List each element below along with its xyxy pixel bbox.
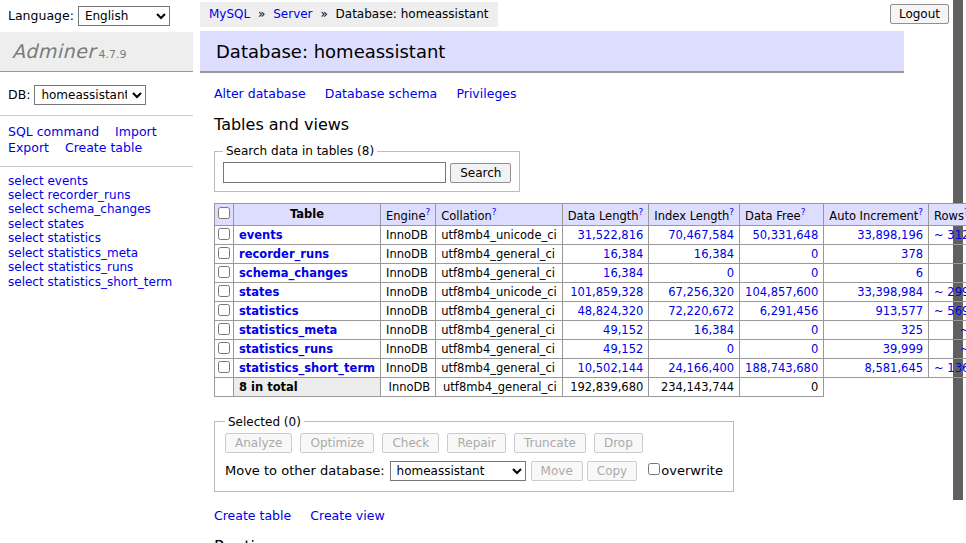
table-link[interactable]: schema_changes [239,266,348,280]
help-link[interactable]: ? [639,207,644,217]
rows-link[interactable]: ~ 569,159 [934,304,966,318]
sidebar-link-export[interactable]: Export [8,140,49,155]
data-length-link[interactable]: 48,824,320 [568,304,644,318]
table-link[interactable]: recorder_runs [239,247,329,261]
rows-link[interactable]: ~ 5 [934,247,966,261]
breadcrumb-link-server[interactable]: Server [273,7,312,21]
index-length-link[interactable]: 16,384 [654,247,734,261]
col-header-auto-increment: Auto Increment? [824,204,929,226]
privileges-link[interactable]: Privileges [456,86,516,101]
table-link[interactable]: statistics [239,304,299,318]
sidebar-table-link[interactable]: select statistics_short_term [8,276,185,289]
data-length-link[interactable]: 101,859,328 [568,285,644,299]
rows-link[interactable]: ~ 136,108 [934,361,966,375]
index-length-link[interactable]: 24,166,400 [654,361,734,375]
table-link[interactable]: states [239,285,279,299]
select-all-checkbox[interactable] [218,207,230,219]
auto-increment-link[interactable]: 378 [829,247,923,261]
table-link[interactable]: statistics_meta [239,323,337,337]
database-schema-link[interactable]: Database schema [325,86,437,101]
table-row: statistics InnoDB utf8mb4_general_ci 48,… [215,301,966,320]
help-link[interactable]: ? [492,207,497,217]
drop-button: Drop [594,433,643,453]
data-length-link[interactable]: 49,152 [568,342,644,356]
table-link[interactable]: events [239,228,283,242]
row-checkbox[interactable] [218,247,230,259]
collation-cell: utf8mb4_unicode_ci [436,282,563,301]
sidebar-table-link[interactable]: select statistics [8,232,185,245]
help-link[interactable]: ? [425,207,430,217]
help-link[interactable]: ? [801,207,806,217]
index-length-link[interactable]: 67,256,320 [654,285,734,299]
index-length-link[interactable]: 0 [654,266,734,280]
row-checkbox[interactable] [218,342,230,354]
table-link[interactable]: statistics_short_term [239,361,375,375]
index-length-link[interactable]: 0 [654,342,734,356]
help-link[interactable]: ? [918,207,923,217]
data-length-link[interactable]: 49,152 [568,323,644,337]
sidebar-link-sql-command[interactable]: SQL command [8,124,99,139]
auto-increment-link[interactable]: 33,398,984 [829,285,923,299]
row-checkbox[interactable] [218,361,230,373]
data-free-link[interactable]: 104,857,600 [745,285,818,299]
auto-increment-link[interactable]: 913,577 [829,304,923,318]
col-header-engine: Engine? [381,204,436,226]
search-input[interactable] [223,162,446,183]
data-free-link[interactable]: 0 [745,247,818,261]
sidebar-table-link[interactable]: select statistics_meta [8,247,185,260]
language-select[interactable]: English [78,6,170,26]
index-length-link[interactable]: 70,467,584 [654,228,734,242]
search-button[interactable]: Search [450,163,511,183]
database-links: Alter database Database schema Privilege… [214,86,904,101]
auto-increment-link[interactable]: 39,999 [829,342,923,356]
sidebar-table-link[interactable]: select states [8,218,185,231]
db-select[interactable]: homeassistant [34,85,146,105]
help-link[interactable]: ? [729,207,734,217]
data-length-link[interactable]: 16,384 [568,247,644,261]
data-free-link[interactable]: 188,743,680 [745,361,818,375]
sidebar-link-create-table[interactable]: Create table [65,140,142,155]
rows-link[interactable]: ~ 628 [934,342,966,356]
row-checkbox[interactable] [218,323,230,335]
overwrite-checkbox[interactable] [648,463,660,475]
rows-link[interactable]: ~ 299,833 [934,285,966,299]
row-checkbox[interactable] [218,304,230,316]
collation-cell: utf8mb4_general_ci [436,339,563,358]
data-length-link[interactable]: 10,502,144 [568,361,644,375]
data-free-link[interactable]: 0 [745,323,818,337]
auto-increment-link[interactable]: 6 [829,266,923,280]
row-checkbox[interactable] [218,285,230,297]
engine-cell: InnoDB [381,320,436,339]
sidebar-table-link[interactable]: select schema_changes [8,203,185,216]
data-free-link[interactable]: 0 [745,266,818,280]
data-length-link[interactable]: 31,522,816 [568,228,644,242]
index-length-link[interactable]: 72,220,672 [654,304,734,318]
sidebar-table-link[interactable]: select statistics_runs [8,261,185,274]
alter-database-link[interactable]: Alter database [214,86,306,101]
data-free-link[interactable]: 6,291,456 [745,304,818,318]
breadcrumb-link-mysql[interactable]: MySQL [209,7,250,21]
breadcrumb-current: Database: homeassistant [336,7,489,21]
data-length-link[interactable]: 16,384 [568,266,644,280]
create-view-link[interactable]: Create view [310,508,384,523]
auto-increment-link[interactable]: 325 [829,323,923,337]
total-label: 8 in total [234,377,381,396]
index-length-link[interactable]: 16,384 [654,323,734,337]
data-free-link[interactable]: 0 [745,342,818,356]
adminer-logo: Adminer4.7.9 [0,32,193,72]
rows-link[interactable]: ~ 3 [934,266,966,280]
create-table-link[interactable]: Create table [214,508,291,523]
table-link[interactable]: statistics_runs [239,342,333,356]
row-checkbox[interactable] [218,266,230,278]
row-checkbox[interactable] [218,228,230,240]
sidebar-table-link[interactable]: select events [8,175,185,188]
auto-increment-link[interactable]: 8,581,645 [829,361,923,375]
sidebar-link-import[interactable]: Import [115,124,157,139]
engine-cell: InnoDB [381,358,436,377]
move-db-select[interactable]: homeassistant [390,461,526,481]
rows-link[interactable]: ~ 312,180 [934,228,966,242]
rows-link[interactable]: ~ 244 [934,323,966,337]
sidebar-table-link[interactable]: select recorder_runs [8,189,185,202]
auto-increment-link[interactable]: 33,898,196 [829,228,923,242]
data-free-link[interactable]: 50,331,648 [745,228,818,242]
